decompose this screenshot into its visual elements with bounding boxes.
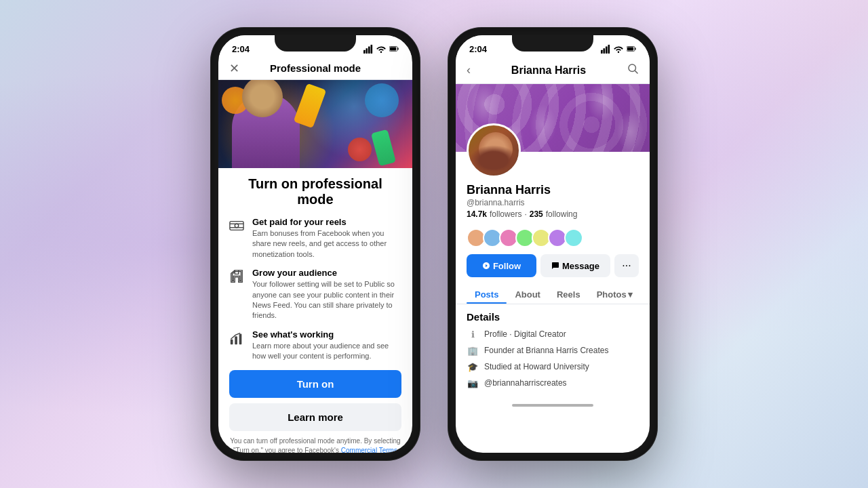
svg-rect-5 xyxy=(397,47,398,50)
profile-name: Brianna Harris xyxy=(467,183,639,197)
profile-avatar xyxy=(467,123,521,178)
screen-content: ✕ Professional mode xyxy=(218,57,412,453)
svg-rect-3 xyxy=(371,45,373,54)
feature-reels-text: Get paid for your reels Earn bonuses fro… xyxy=(252,217,401,260)
svg-rect-17 xyxy=(608,45,610,54)
status-icons xyxy=(363,44,399,54)
info-icon: ℹ xyxy=(467,328,479,340)
details-section: Details ℹ Profile · Digital Creator 🏢 Fo… xyxy=(456,304,650,400)
detail-work: 🏢 Founder at Brianna Harris Creates xyxy=(467,344,639,357)
detail-instagram: 📷 @briannaharriscreates xyxy=(467,377,639,389)
svg-rect-12 xyxy=(235,336,237,344)
search-button[interactable] xyxy=(627,62,639,78)
followers-row xyxy=(456,228,650,247)
battery-icon xyxy=(389,44,399,54)
commercial-terms-link[interactable]: Commercial Terms xyxy=(341,447,397,453)
svg-rect-11 xyxy=(231,340,233,344)
svg-rect-6 xyxy=(390,47,396,51)
svg-rect-1 xyxy=(366,48,368,54)
svg-rect-13 xyxy=(239,333,242,344)
nav-bar: ✕ Professional mode xyxy=(218,57,412,80)
disclaimer-text: You can turn off professional mode anyti… xyxy=(229,436,401,453)
profile-name-nav: Brianna Harris xyxy=(511,64,586,77)
feature-analytics: See what's working Learn more about your… xyxy=(229,329,401,362)
profile-nav: ‹ Brianna Harris xyxy=(456,57,650,84)
svg-rect-0 xyxy=(363,50,366,54)
svg-rect-16 xyxy=(606,47,608,54)
detail-profile: ℹ Profile · Digital Creator xyxy=(467,328,639,340)
status-icons-2 xyxy=(601,44,636,54)
scene: 2:04 xyxy=(0,0,868,488)
detail-education-text: Studied at Howard University xyxy=(484,362,589,371)
battery-icon-2 xyxy=(627,44,636,54)
status-time-2: 2:04 xyxy=(469,44,487,54)
detail-education: 🎓 Studied at Howard University xyxy=(467,361,639,373)
hero-image xyxy=(218,80,412,168)
action-row: Follow Message ··· xyxy=(456,254,650,284)
svg-rect-7 xyxy=(230,222,243,230)
svg-point-8 xyxy=(235,224,239,228)
back-button[interactable]: ‹ xyxy=(467,63,471,77)
svg-rect-15 xyxy=(604,48,606,54)
details-title: Details xyxy=(467,311,639,323)
more-button[interactable]: ··· xyxy=(614,254,639,277)
svg-rect-14 xyxy=(601,50,603,54)
feature-reels: Get paid for your reels Earn bonuses fro… xyxy=(229,217,401,260)
profile-screen-content: ‹ Brianna Harris xyxy=(456,57,650,407)
feature-reels-body: Earn bonuses from Facebook when you shar… xyxy=(252,228,401,260)
detail-profile-text: Profile · Digital Creator xyxy=(484,329,566,339)
phone-profile: 2:04 xyxy=(448,27,658,461)
instagram-icon: 📷 xyxy=(467,377,479,389)
feature-audience-body: Your follower setting will be set to Pub… xyxy=(252,279,401,321)
detail-instagram-text: @briannaharriscreates xyxy=(484,378,567,388)
status-time: 2:04 xyxy=(232,44,250,54)
follower-avatar-7 xyxy=(564,228,583,247)
feature-audience-heading: Grow your audience xyxy=(252,268,401,278)
svg-rect-2 xyxy=(368,47,370,54)
more-label: ··· xyxy=(622,260,631,272)
work-icon: 🏢 xyxy=(467,344,479,357)
learn-more-button[interactable]: Learn more xyxy=(229,403,401,431)
svg-rect-20 xyxy=(627,47,633,51)
phone-screen: 2:04 xyxy=(218,35,412,453)
tab-about[interactable]: About xyxy=(507,284,549,304)
follow-icon xyxy=(482,262,490,270)
detail-work-text: Founder at Brianna Harris Creates xyxy=(484,346,608,355)
following-label: following xyxy=(546,209,578,219)
screen-body: Turn on professional mode xyxy=(218,168,412,453)
wifi-icon-2 xyxy=(614,44,623,54)
followers-label: followers xyxy=(490,209,521,219)
notch-2 xyxy=(512,35,593,52)
message-label: Message xyxy=(562,261,599,271)
svg-rect-19 xyxy=(635,47,635,50)
turn-on-button[interactable]: Turn on xyxy=(229,370,401,398)
notch xyxy=(275,35,356,52)
tab-posts[interactable]: Posts xyxy=(467,284,507,304)
tab-photos[interactable]: Photos ▾ xyxy=(589,284,641,304)
analytics-icon xyxy=(229,331,245,347)
message-button[interactable]: Message xyxy=(540,254,610,277)
followers-count: 14.7k xyxy=(467,209,487,219)
chevron-down-icon: ▾ xyxy=(628,289,633,300)
svg-line-22 xyxy=(635,70,637,73)
phone-professional-mode: 2:04 xyxy=(210,27,420,461)
education-icon: 🎓 xyxy=(467,361,479,373)
feature-analytics-body: Learn more about your audience and see h… xyxy=(252,341,401,362)
feature-analytics-heading: See what's working xyxy=(252,329,401,340)
follow-label: Follow xyxy=(493,261,521,271)
main-title: Turn on professional mode xyxy=(229,176,401,207)
profile-avatar-wrap xyxy=(467,123,521,178)
home-indicator-2 xyxy=(512,404,593,407)
profile-stats: 14.7k followers · 235 following xyxy=(467,209,639,219)
profile-info: Brianna Harris @brianna.harris 14.7k fol… xyxy=(456,178,650,228)
tab-reels[interactable]: Reels xyxy=(549,284,589,304)
wifi-icon xyxy=(376,44,386,54)
phone-screen-2: 2:04 xyxy=(456,35,650,453)
audience-icon xyxy=(229,269,245,285)
feature-audience: Grow your audience Your follower setting… xyxy=(229,268,401,321)
close-button[interactable]: ✕ xyxy=(229,61,239,76)
follow-button[interactable]: Follow xyxy=(467,254,536,277)
screen-title: Professional mode xyxy=(270,62,361,74)
money-icon xyxy=(229,218,245,235)
profile-handle: @brianna.harris xyxy=(467,198,639,207)
